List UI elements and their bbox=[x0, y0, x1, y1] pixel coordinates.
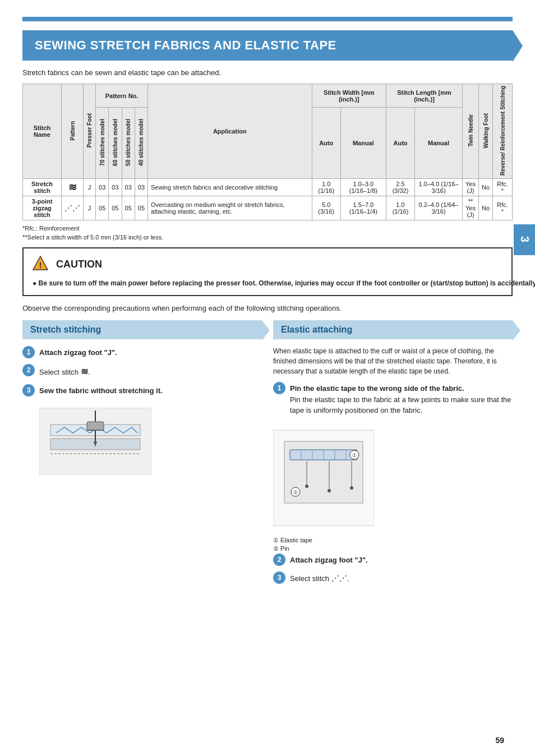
stitch-swauto-2: 5.0 (3/16) bbox=[312, 196, 340, 220]
table-row: 3-pointzigzag stitch ⋰⋰ J 05 05 05 05 Ov… bbox=[23, 196, 513, 220]
elastic-attaching-section: Elastic attaching When elastic tape is a… bbox=[273, 320, 513, 590]
subtitle: Stretch fabrics can be sewn and elastic … bbox=[22, 68, 513, 77]
elastic-attaching-header: Elastic attaching bbox=[273, 320, 513, 339]
svg-text:②: ② bbox=[293, 490, 298, 495]
observe-text: Observe the corresponding precautions wh… bbox=[22, 304, 513, 312]
svg-text:①: ① bbox=[352, 453, 357, 458]
elastic-text-3: Select stitch ⋰⋰. bbox=[290, 571, 349, 584]
main-title: SEWING STRETCH FABRICS AND ELASTIC TAPE bbox=[22, 30, 513, 61]
stitch-slauto-2: 1.0 (1/16) bbox=[386, 196, 414, 220]
col-70: 70 stitches model bbox=[96, 108, 109, 179]
stitch-app-2: Overcasting on medium weight or stretch … bbox=[148, 196, 312, 220]
elastic-circle-1: 1 bbox=[273, 382, 285, 394]
col-40: 40 stitches model bbox=[135, 108, 147, 179]
stitch-swman-1: 1.0–3.0 (1/16–1/8) bbox=[340, 179, 386, 196]
stitch-p60-2: 05 bbox=[109, 196, 122, 220]
col-application: Application bbox=[148, 84, 312, 179]
col-50: 50 stitches model bbox=[122, 108, 135, 179]
stitch-slauto-1: 2.5 (3/32) bbox=[386, 179, 414, 196]
stretch-step-3: 3 Sew the fabric without stretching it. bbox=[22, 384, 262, 397]
footnote-1: *Rfc.: Reinforcement bbox=[22, 225, 513, 232]
col-sw-auto: Auto bbox=[312, 108, 340, 179]
stitch-rev-1: Rfc. * bbox=[493, 179, 513, 196]
stitch-p70-2: 05 bbox=[96, 196, 109, 220]
stitch-p50-1: 03 bbox=[122, 179, 135, 196]
col-sw-manual: Manual bbox=[340, 108, 386, 179]
caution-box: ! CAUTION ● Be sure to turn off the main… bbox=[22, 247, 513, 296]
elastic-step-3: 3 Select stitch ⋰⋰. bbox=[273, 571, 513, 584]
col-reverse: Reverse/ Reinforcement Stitching bbox=[493, 84, 513, 179]
stitch-pattern-2: ⋰⋰ bbox=[62, 196, 84, 220]
svg-point-25 bbox=[350, 486, 353, 490]
title-text: SEWING STRETCH FABRICS AND ELASTIC TAPE bbox=[35, 38, 336, 53]
col-stitch-length: Stitch Length [mm (inch.)] bbox=[386, 84, 462, 108]
stitch-slman-2: 0.2–4.0 (1/64–3/16) bbox=[415, 196, 463, 220]
stitch-p40-2: 05 bbox=[135, 196, 147, 220]
two-column-section: Stretch stitching 1 Attach zigzag foot "… bbox=[22, 320, 513, 590]
col-stitch-name: Stitch Name bbox=[23, 84, 62, 179]
col-stitch-width: Stitch Width [mm (inch.)] bbox=[312, 84, 386, 108]
svg-text:!: ! bbox=[39, 261, 42, 270]
figure-label-1: ① Elastic tape bbox=[273, 537, 513, 544]
top-accent-bar bbox=[22, 17, 513, 21]
elastic-step-2: 2 Attach zigzag foot "J". bbox=[273, 554, 513, 566]
svg-rect-8 bbox=[87, 422, 104, 430]
step-text-1: Attach zigzag foot "J". bbox=[39, 346, 117, 358]
col-sl-manual: Manual bbox=[415, 108, 463, 179]
step-text-3: Sew the fabric without stretching it. bbox=[39, 384, 163, 397]
stretch-stitching-section: Stretch stitching 1 Attach zigzag foot "… bbox=[22, 320, 262, 590]
svg-point-23 bbox=[328, 489, 331, 492]
stitch-app-1: Sewing stretch fabrics and decorative st… bbox=[148, 179, 312, 196]
footnote-2: **Select a stitch width of 5.0 mm (3/16 … bbox=[22, 234, 513, 241]
stretch-step-1: 1 Attach zigzag foot "J". bbox=[22, 346, 262, 358]
stitch-walk-2: No bbox=[479, 196, 493, 220]
svg-point-21 bbox=[305, 485, 308, 488]
step-circle-3: 3 bbox=[22, 384, 35, 397]
stitch-foot-1: J bbox=[84, 179, 96, 196]
stitch-name-2: 3-pointzigzag stitch bbox=[23, 196, 62, 220]
col-sl-auto: Auto bbox=[386, 108, 414, 179]
stretch-stitching-header: Stretch stitching bbox=[22, 320, 262, 339]
stitch-rev-2: Rfc. * bbox=[493, 196, 513, 220]
elastic-step-1: 1 Pin the elastic tape to the wrong side… bbox=[273, 382, 513, 416]
figure-label-2: ② Pin bbox=[273, 545, 513, 552]
caution-icon: ! bbox=[33, 255, 48, 271]
col-pattern-no: Pattern No. bbox=[96, 84, 148, 108]
stitch-foot-2: J bbox=[84, 196, 96, 220]
col-pattern: Pattern bbox=[62, 84, 84, 179]
stitch-p70-1: 03 bbox=[96, 179, 109, 196]
stitch-twin-1: Yes(J) bbox=[463, 179, 479, 196]
col-presser-foot: Presser Foot bbox=[84, 84, 96, 179]
sewing-illustration bbox=[39, 408, 151, 475]
elastic-text-2: Attach zigzag foot "J". bbox=[290, 554, 368, 566]
col-twin-needle: Twin Needle bbox=[463, 84, 479, 179]
elastic-intro: When elastic tape is attached to the cuf… bbox=[273, 346, 513, 376]
stitch-p50-2: 05 bbox=[122, 196, 135, 220]
elastic-circle-3: 3 bbox=[273, 571, 285, 584]
section-tab: 3 bbox=[514, 224, 535, 255]
caution-text: ● Be sure to turn off the main power bef… bbox=[33, 278, 535, 288]
stitch-twin-2: **Yes(J) bbox=[463, 196, 479, 220]
stitch-walk-1: No bbox=[479, 179, 493, 196]
stitch-p60-1: 03 bbox=[109, 179, 122, 196]
caution-title: ! CAUTION bbox=[33, 255, 535, 274]
stitch-table: Stitch Name Pattern Presser Foot Pattern… bbox=[22, 84, 513, 220]
step-circle-1: 1 bbox=[22, 346, 35, 358]
col-walking-foot: Walking Foot bbox=[479, 84, 493, 179]
stitch-swauto-1: 1.0 (1/16) bbox=[312, 179, 340, 196]
stitch-p40-1: 03 bbox=[135, 179, 147, 196]
col-60: 60 stitches model bbox=[109, 108, 122, 179]
stitch-slman-1: 1.0–4.0 (1/16–3/16) bbox=[415, 179, 463, 196]
elastic-text-1: Pin the elastic tape to the wrong side o… bbox=[290, 382, 513, 416]
stitch-swman-2: 1.5–7.0 (1/16–1/4) bbox=[340, 196, 386, 220]
page-number: 59 bbox=[495, 736, 504, 745]
elastic-circle-2: 2 bbox=[273, 554, 285, 566]
stitch-pattern-1: ≋ bbox=[62, 179, 84, 196]
elastic-illustration: ① ② bbox=[273, 427, 374, 528]
stretch-step-2: 2 Select stitch ≋. bbox=[22, 364, 262, 379]
step-text-2: Select stitch ≋. bbox=[39, 364, 90, 379]
step-circle-2: 2 bbox=[22, 364, 35, 376]
stitch-name-1: Stretch stitch bbox=[23, 179, 62, 196]
table-row: Stretch stitch ≋ J 03 03 03 03 Sewing st… bbox=[23, 179, 513, 196]
